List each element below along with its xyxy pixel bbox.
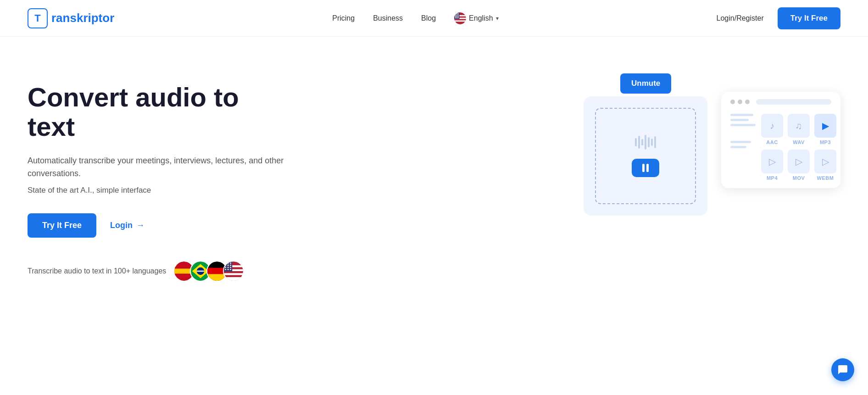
hero-section: Convert audio to text Automatically tran… [0, 37, 868, 312]
format-aac: ♪ AAC [761, 114, 783, 145]
svg-point-12 [456, 16, 457, 17]
try-it-free-header-button[interactable]: Try It Free [778, 7, 840, 29]
format-mp3: ▶ MP3 [814, 114, 836, 145]
svg-point-38 [225, 265, 227, 266]
webm-icon-wrap: ▷ [814, 150, 836, 173]
mov-label: MOV [793, 175, 805, 181]
nav-blog[interactable]: Blog [421, 14, 436, 22]
header-right: Login/Register Try It Free [717, 7, 840, 29]
dot-3 [745, 100, 750, 104]
formats-grid: ♪ AAC ♫ WAV ▶ [761, 114, 836, 181]
svg-point-15 [456, 17, 457, 18]
format-mp4: ▷ MP4 [761, 150, 783, 181]
svg-point-6 [456, 13, 457, 14]
format-wav: ♫ WAV [788, 114, 810, 145]
hero-title: Convert audio to text [28, 83, 284, 141]
svg-point-9 [456, 14, 457, 15]
login-link[interactable]: Login → [110, 221, 145, 230]
svg-point-14 [455, 17, 456, 18]
svg-point-44 [225, 269, 227, 270]
pause-bar-right [646, 164, 649, 172]
us-flag-hero-icon [223, 261, 244, 282]
svg-point-43 [230, 267, 232, 268]
dot-1 [730, 100, 735, 104]
format-mov: ▷ MOV [788, 150, 810, 181]
svg-point-11 [455, 16, 456, 17]
hero-description: Automatically transcribe your meetings, … [28, 154, 284, 181]
nav-business[interactable]: Business [373, 14, 403, 22]
svg-rect-24 [197, 271, 204, 272]
waveform [635, 135, 656, 150]
svg-point-13 [458, 16, 459, 17]
dot-2 [738, 100, 742, 104]
svg-rect-32 [224, 273, 243, 275]
languages-text: Transcribe audio to text in 100+ languag… [28, 267, 166, 275]
svg-point-45 [228, 269, 229, 270]
svg-point-8 [455, 14, 456, 15]
svg-point-37 [230, 262, 232, 264]
login-register-link[interactable]: Login/Register [717, 14, 764, 22]
hero-illustration: Unmute [584, 73, 840, 257]
svg-point-16 [458, 17, 459, 18]
pause-bar-left [642, 164, 645, 172]
svg-point-41 [225, 267, 227, 268]
wav-label: WAV [793, 139, 805, 145]
svg-point-46 [230, 269, 232, 270]
logo-link[interactable]: T ranskriptor [28, 8, 114, 28]
play-pause-button[interactable] [632, 159, 659, 177]
svg-point-40 [230, 265, 232, 266]
aac-icon-wrap: ♪ [761, 114, 783, 138]
us-flag-icon [454, 12, 466, 24]
search-bar-mock [756, 99, 831, 105]
svg-point-36 [228, 262, 229, 264]
header: T ranskriptor Pricing Business Blog [0, 0, 868, 37]
svg-point-39 [228, 265, 229, 266]
svg-rect-33 [224, 277, 243, 281]
svg-point-42 [228, 267, 229, 268]
hero-buttons: Try It Free Login → [28, 213, 284, 238]
logo-text: ranskriptor [51, 11, 114, 25]
mov-icon-wrap: ▷ [788, 150, 810, 173]
chevron-down-icon: ▾ [496, 15, 499, 22]
formats-card: ♪ AAC ♫ WAV ▶ [721, 92, 840, 188]
player-inner [595, 108, 696, 204]
language-selector[interactable]: English ▾ [454, 12, 498, 24]
mp4-label: MP4 [767, 175, 778, 181]
mp3-label: MP3 [820, 139, 831, 145]
format-webm: ▷ WEBM [814, 150, 836, 181]
flags-group [173, 261, 244, 282]
aac-label: AAC [766, 139, 778, 145]
language-label: English [469, 14, 493, 22]
mp4-icon-wrap: ▷ [761, 150, 783, 173]
logo-icon: T [28, 8, 48, 28]
wav-icon-wrap: ♫ [788, 114, 810, 138]
try-it-free-hero-button[interactable]: Try It Free [28, 213, 96, 238]
languages-row: Transcribe audio to text in 100+ languag… [28, 261, 284, 282]
main-nav: Pricing Business Blog [332, 12, 498, 24]
unmute-button[interactable]: Unmute [620, 73, 671, 94]
player-card [584, 96, 707, 216]
svg-point-35 [225, 262, 227, 264]
nav-pricing[interactable]: Pricing [332, 14, 355, 22]
hero-subtitle: State of the art A.I., simple interface [28, 186, 284, 195]
mp3-icon-wrap: ▶ [814, 114, 836, 138]
svg-point-7 [458, 13, 459, 14]
svg-point-5 [455, 13, 456, 14]
webm-label: WEBM [817, 175, 834, 181]
svg-point-10 [458, 14, 459, 15]
hero-left: Convert audio to text Automatically tran… [28, 73, 284, 282]
browser-dots [730, 99, 831, 105]
svg-rect-3 [454, 20, 466, 22]
